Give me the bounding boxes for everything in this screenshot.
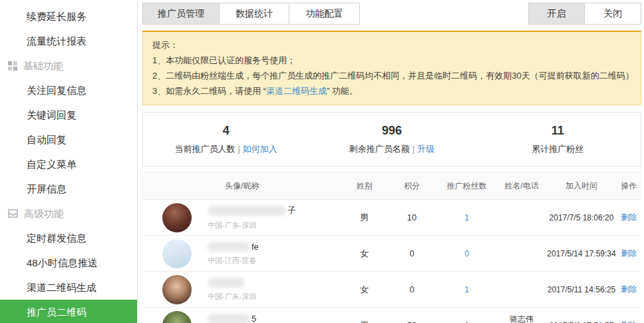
table-row: 子 中国-广东-深圳 男 10 1 2017/7/5 18:06:20 删除 [142, 200, 641, 236]
points-cell: 0 [387, 272, 437, 308]
col-header-gender: 姓别 [342, 172, 387, 200]
inbox-icon [8, 209, 18, 218]
col-header-action: 操作 [617, 172, 642, 200]
delete-link[interactable]: 删除 [621, 320, 637, 323]
notice-line-3: 3、如需永久二维码，请使用 “渠道二维码生成” 功能。 [152, 83, 631, 99]
censored-nickname [208, 206, 286, 216]
enable-on-button[interactable]: 开启 [529, 3, 585, 24]
avatar [162, 275, 192, 304]
tab-data-statistics[interactable]: 数据统计 [220, 3, 289, 24]
table-header-row: 头像/昵称 姓别 积分 推广粉丝数 姓名/电话 加入时间 操作 [142, 172, 641, 200]
col-header-join-time: 加入时间 [547, 172, 617, 200]
stat-value: 11 [475, 122, 641, 139]
tab-function-config[interactable]: 功能配置 [289, 3, 359, 24]
stat-separator: | [235, 144, 242, 154]
fans-count-link[interactable]: 0 [464, 249, 469, 258]
table-row: 5 中国-广东-深圳 男 50 9 骆志伟 2017/5/6 17:51:57 … [142, 308, 641, 323]
location-text: 中国-江西-宜春 [208, 256, 259, 266]
col-header-name-phone: 姓名/电话 [497, 172, 547, 200]
stat-current-promoters: 4 当前推广员人数|如何加入 [143, 122, 309, 155]
channel-qrcode-link[interactable]: 渠道二维码生成 [266, 86, 327, 96]
grid-icon [8, 61, 17, 71]
sidebar-item-traffic-report[interactable]: 流量统计报表 [0, 29, 137, 53]
sidebar-section-label: 高级功能 [24, 201, 64, 226]
stat-label: 累计推广粉丝 [532, 144, 583, 154]
sidebar-item-auto-reply[interactable]: 自动回复 [0, 127, 137, 152]
enable-toggle-group: 开启 关闭 [528, 3, 641, 25]
gender-cell: 女 [342, 272, 387, 308]
points-cell: 0 [387, 236, 437, 272]
stat-value: 996 [309, 122, 474, 139]
notice-line-2: 2、二维码由粉丝端生成，每个推广员生成的推广二维码均不相同，并且是临时二维码，有… [152, 68, 631, 83]
notice-line-1: 1、本功能仅限已认证的服务号使用； [152, 53, 631, 68]
sidebar-section-label: 基础功能 [23, 53, 63, 78]
app-window: 续费延长服务 流量统计报表 基础功能 关注回复信息 关键词回复 自动回复 自定义… [0, 0, 644, 323]
upgrade-link[interactable]: 升级 [417, 144, 434, 154]
notice-title: 提示： [152, 37, 631, 53]
col-header-points: 积分 [387, 172, 437, 200]
nickname: 子 [208, 204, 296, 216]
stat-total-fans: 11 累计推广粉丝 [475, 122, 641, 155]
join-time-cell: 2017/5/6 17:51:57 [547, 308, 617, 323]
sidebar-item-follow-reply[interactable]: 关注回复信息 [0, 78, 137, 103]
location-text: 中国-广东-深圳 [208, 220, 296, 230]
notice-line-3-suffix: ” 功能。 [327, 86, 358, 96]
nickname: fe [208, 242, 259, 252]
censored-nickname [208, 278, 245, 288]
avatar [162, 311, 192, 323]
avatar [162, 239, 192, 268]
promoter-table: 头像/昵称 姓别 积分 推广粉丝数 姓名/电话 加入时间 操作 子 [142, 172, 641, 323]
points-cell: 50 [387, 308, 437, 323]
table-row: fe 中国-江西-宜春 女 0 0 2017/5/14 17:59:34 删除 [142, 236, 641, 272]
name-phone-cell [497, 236, 547, 272]
sidebar-item-scheduled-broadcast[interactable]: 定时群发信息 [0, 226, 137, 250]
stat-remaining-quota: 996 剩余推广员名额|升级 [309, 122, 474, 155]
delete-link[interactable]: 删除 [621, 248, 637, 258]
sidebar-item-splash-info[interactable]: 开屏信息 [0, 176, 137, 201]
name-phone-cell [497, 272, 547, 308]
nickname [208, 278, 256, 288]
notice-box: 提示： 1、本功能仅限已认证的服务号使用； 2、二维码由粉丝端生成，每个推广员生… [142, 31, 641, 105]
gender-cell: 女 [342, 236, 387, 272]
col-header-avatar-nickname: 头像/昵称 [142, 172, 342, 200]
table-row: 中国-广东-深圳 女 0 1 2017/5/11 14:56:25 删除 [142, 272, 641, 308]
join-time-cell: 2017/5/14 17:59:34 [547, 236, 617, 272]
points-cell: 10 [387, 200, 437, 236]
gender-cell: 男 [342, 200, 387, 236]
tab-bar: 推广员管理 数据统计 功能配置 开启 关闭 [142, 3, 641, 25]
tab-promoter-management[interactable]: 推广员管理 [143, 3, 220, 24]
stat-label: 剩余推广员名额 [349, 144, 410, 154]
delete-link[interactable]: 删除 [621, 284, 637, 294]
join-time-cell: 2017/5/11 14:56:25 [547, 272, 617, 308]
stat-label: 当前推广员人数 [174, 144, 235, 154]
fans-count-link[interactable]: 1 [464, 285, 469, 294]
censored-nickname [208, 242, 250, 252]
name-phone-cell [497, 200, 547, 236]
censored-nickname [208, 314, 250, 323]
sidebar-section-basic: 基础功能 [0, 53, 137, 78]
delete-link[interactable]: 删除 [621, 212, 637, 222]
stat-value: 4 [143, 122, 309, 139]
join-time-cell: 2017/7/5 18:06:20 [547, 200, 617, 236]
fans-count-link[interactable]: 1 [464, 213, 469, 222]
sidebar-item-promoter-qrcode[interactable]: 推广员二维码 [0, 300, 137, 323]
sidebar-item-renewal[interactable]: 续费延长服务 [0, 4, 137, 29]
stat-separator: | [410, 144, 417, 154]
how-to-join-link[interactable]: 如何加入 [243, 144, 277, 154]
nickname: 5 [208, 314, 256, 323]
enable-off-button[interactable]: 关闭 [585, 3, 641, 24]
sidebar-item-custom-menu[interactable]: 自定义菜单 [0, 152, 137, 176]
sidebar: 续费延长服务 流量统计报表 基础功能 关注回复信息 关键词回复 自动回复 自定义… [0, 0, 138, 323]
gender-cell: 男 [342, 308, 387, 323]
notice-line-3-prefix: 3、如需永久二维码，请使用 “ [152, 86, 266, 96]
sidebar-item-48h-push[interactable]: 48小时信息推送 [0, 250, 137, 275]
location-text: 中国-广东-深圳 [208, 292, 256, 302]
sidebar-item-keyword-reply[interactable]: 关键词回复 [0, 103, 137, 127]
sidebar-section-advanced: 高级功能 [0, 201, 137, 226]
sidebar-item-channel-qrcode[interactable]: 渠道二维码生成 [0, 275, 137, 300]
name-phone-cell: 骆志伟 [497, 308, 547, 323]
avatar [162, 203, 192, 232]
col-header-fans: 推广粉丝数 [437, 172, 497, 200]
main-content: 推广员管理 数据统计 功能配置 开启 关闭 提示： 1、本功能仅限已认证的服务号… [138, 0, 644, 323]
tab-group: 推广员管理 数据统计 功能配置 [142, 3, 360, 25]
